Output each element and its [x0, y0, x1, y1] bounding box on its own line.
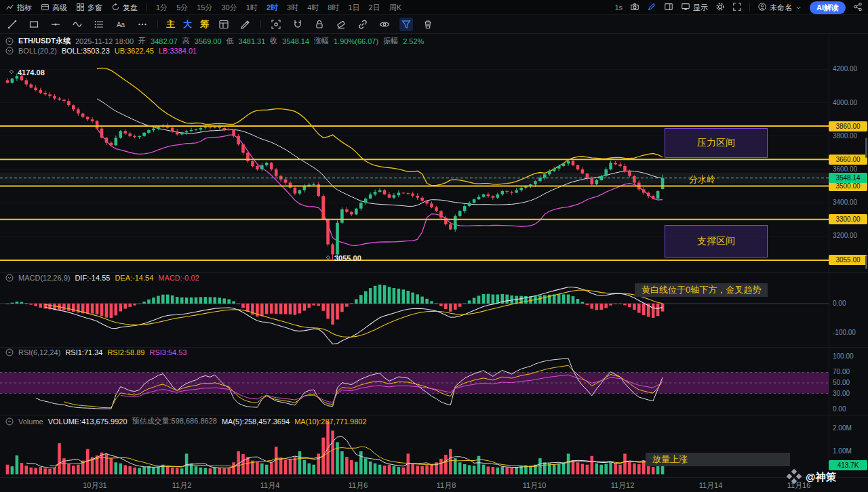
timeframe-button[interactable]: 2时 [267, 3, 278, 13]
rsi-panel-canvas[interactable] [0, 347, 868, 415]
level-price-badge: 3860.00 [829, 121, 867, 131]
link-icon[interactable] [356, 18, 370, 31]
toolbar-separator [749, 3, 750, 12]
share-button[interactable] [853, 2, 863, 13]
volume-estimated-value: 预估成交量:598,686.8628 [132, 416, 217, 426]
window-button[interactable]: 高级 [41, 3, 67, 13]
user-circle-icon [757, 2, 767, 13]
timeframe-button[interactable]: 30分 [222, 3, 237, 13]
collapse-symbol-icon[interactable] [5, 37, 14, 45]
ai-analysis-button[interactable]: AI解读 [810, 1, 846, 14]
boll-lb-value: LB:3384.01 [159, 47, 197, 55]
volume-value: VOLUME:413,675.9920 [48, 417, 127, 426]
rect-tool-icon[interactable] [27, 18, 41, 31]
rsi-title: RSI(6,12,24) [18, 348, 60, 356]
diamond-marker-icon [325, 254, 332, 262]
high-label: 高 [182, 36, 190, 46]
toolbar-right-group: 1s显示未命名AI解读 [614, 0, 863, 15]
timeframe-button[interactable]: 1日 [348, 3, 359, 13]
candle-datetime: 2025-11-12 18:00 [75, 37, 134, 45]
more-tools-icon[interactable] [136, 18, 149, 31]
timeframe-button[interactable]: 1分 [156, 3, 167, 13]
toolbar-separator [260, 20, 261, 28]
high-value: 3569.00 [195, 37, 222, 45]
timeframe-button[interactable]: 15分 [197, 3, 212, 13]
date-label: 11月4 [250, 480, 290, 491]
hline-tool-icon[interactable] [49, 18, 62, 31]
funnel-icon[interactable] [399, 18, 413, 31]
amplitude-label: 振幅 [383, 36, 398, 46]
volume-legend: Volume VOLUME:413,675.9920 预估成交量:598,686… [5, 416, 367, 426]
macd-note-label[interactable]: 黄白线位于0轴下方，金叉趋势 [635, 283, 768, 297]
annotate-icon[interactable] [239, 18, 252, 31]
support-zone-box[interactable]: 支撑区间 [665, 225, 768, 258]
screenshot-icon[interactable] [269, 18, 283, 31]
date-label: 11月10 [514, 480, 555, 491]
fib-tool-icon[interactable] [92, 18, 106, 31]
chart-button[interactable]: 指标 [5, 3, 32, 13]
share-icon [853, 2, 863, 13]
high-price-text: 4174.08 [18, 68, 45, 77]
expand-button[interactable] [732, 2, 742, 13]
collapse-rsi-icon[interactable] [5, 348, 14, 356]
pencil-button[interactable] [647, 2, 656, 13]
grid-button[interactable]: 多窗 [76, 3, 102, 13]
scrollbar-thumb[interactable] [865, 255, 867, 269]
timeframe-button[interactable]: 5分 [176, 3, 188, 13]
price-axis-tick: 3400.00 [833, 198, 867, 207]
trash-icon[interactable] [421, 18, 435, 31]
macd-title: MACD(12,26,9) [18, 274, 70, 282]
support-zone-label: 支撑区间 [697, 235, 735, 247]
watershed-label[interactable]: 分水岭 [689, 173, 715, 186]
display-button[interactable]: 显示 [681, 2, 708, 13]
resistance-zone-box[interactable]: 压力区间 [665, 128, 768, 158]
scrollbar-thumb[interactable] [865, 138, 867, 158]
change-label: 涨幅 [314, 36, 329, 46]
gear-button[interactable] [715, 2, 725, 13]
date-label: 11月6 [338, 480, 378, 491]
text-tool-icon[interactable]: Aa [114, 18, 127, 31]
main-chart-button[interactable]: 主 [166, 18, 175, 30]
timeframe-button[interactable]: 3时 [287, 3, 298, 13]
brush-tool-icon[interactable] [71, 18, 84, 31]
lock-icon[interactable] [313, 18, 326, 31]
chart-icon [5, 3, 14, 13]
collapse-boll-icon[interactable] [5, 47, 14, 55]
timeframe-button[interactable]: 4时 [307, 3, 319, 13]
macd-axis-tick: -100.00 [833, 328, 867, 337]
collapse-volume-icon[interactable] [5, 417, 14, 426]
macd-axis-tick: 0.00 [833, 299, 867, 308]
pencil-icon [647, 2, 656, 13]
toolbar-separator [157, 20, 158, 28]
timeframe-button[interactable]: 8时 [328, 3, 339, 13]
symbol-legend: ETH/USDT永续 2025-11-12 18:00 开 3482.07 高 … [5, 36, 424, 46]
camera-button[interactable] [630, 2, 639, 13]
low-price-marker[interactable]: 3055.00 [325, 254, 361, 262]
timeframe-button[interactable]: 1时 [246, 3, 258, 13]
resistance-zone-label: 压力区间 [697, 137, 735, 149]
line-tool-icon[interactable] [5, 18, 19, 31]
collapse-macd-icon[interactable] [5, 274, 14, 282]
replay-button[interactable]: 复盘 [111, 3, 138, 13]
volume-note-label[interactable]: 放量上涨 [646, 453, 790, 466]
rsi-axis-tick: 100.00 [833, 352, 867, 361]
panel-divider [0, 272, 868, 273]
layout-name-button[interactable]: 未命名 [757, 2, 802, 13]
panel-divider [0, 415, 868, 415]
large-view-button[interactable]: 大 [183, 18, 192, 30]
resolution-1s[interactable]: 1s [614, 3, 623, 12]
brand-logo-icon [787, 469, 802, 486]
volume-title: Volume [18, 417, 43, 426]
layout-icon[interactable] [217, 18, 231, 31]
timeframe-button[interactable]: 2日 [369, 3, 380, 13]
eraser-icon[interactable] [334, 18, 348, 31]
panel-button[interactable] [664, 2, 673, 13]
date-label: 11月2 [161, 480, 202, 491]
high-price-marker[interactable]: 4174.08 [8, 68, 45, 77]
eye-icon[interactable] [378, 18, 391, 31]
chip-distribution-button[interactable]: 筹 [200, 18, 209, 30]
timeframe-button[interactable]: 周K [389, 3, 401, 13]
volume-ma5-value: MA(5):258,457.3694 [222, 417, 290, 426]
camera-icon [630, 2, 639, 13]
magnet-icon[interactable] [291, 18, 304, 31]
